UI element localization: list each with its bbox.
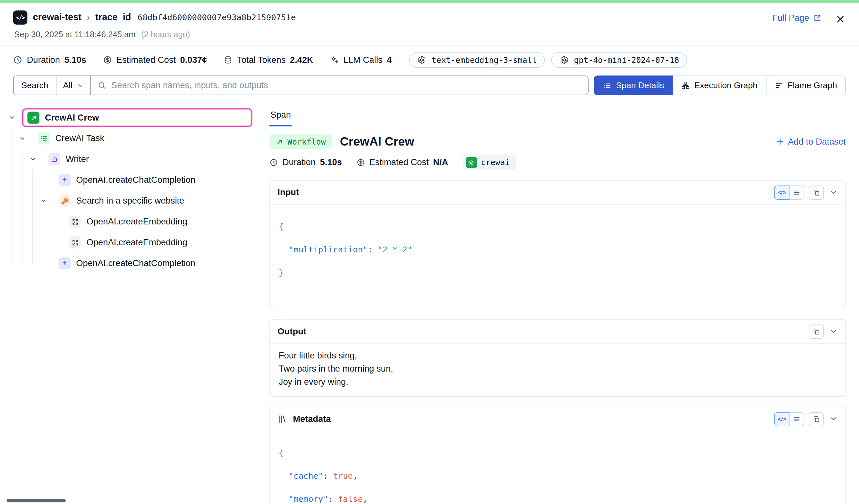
tree-indent-guide (32, 170, 33, 263)
chevron-down-icon[interactable] (39, 197, 47, 205)
section-title: Output (277, 326, 306, 336)
view-tab-execution-graph[interactable]: Execution Graph (672, 76, 766, 95)
cost-icon (356, 158, 365, 167)
env-pill-label: crewai (481, 158, 510, 167)
workflow-icon (276, 138, 283, 145)
tab-span[interactable]: Span (269, 106, 292, 126)
json-line: "memory": false, (279, 494, 837, 504)
code-token: : (367, 245, 378, 255)
tree-node-embedding-1[interactable]: OpenAI.createEmbedding (0, 211, 257, 232)
tree-node-search-tool[interactable]: Search in a specific website (0, 190, 257, 211)
copy-icon[interactable] (809, 185, 824, 199)
metadata-json: { "cache": true, "memory": false, "plann… (270, 431, 845, 504)
detail-title-row: Workflow CrewAI Crew Add to Dataset (269, 134, 846, 149)
collapse-section-chevron-icon[interactable] (828, 188, 839, 197)
embedding-expand-icon (69, 215, 81, 228)
chevron-down-icon[interactable] (18, 134, 27, 143)
copy-icon[interactable] (809, 324, 824, 338)
section-controls (809, 324, 839, 338)
tree-node-crewai-task[interactable]: CrewAI Task (0, 128, 257, 149)
tree-node-label: Writer (66, 154, 89, 164)
span-detail-panel: Span Workflow CrewAI Crew Add to Dataset… (257, 103, 859, 504)
view-tab-flame-graph[interactable]: Flame Graph (766, 76, 846, 95)
tree-node-label: CrewAI Task (55, 133, 104, 143)
formatted-view-icon[interactable] (789, 412, 804, 426)
tree-node-chat-completion-2[interactable]: OpenAI.createChatCompletion (0, 253, 257, 274)
tree-horizontal-scrollbar[interactable] (6, 499, 65, 502)
code-view-icon[interactable]: </> (774, 412, 789, 426)
embedding-expand-icon (69, 236, 81, 248)
code-token: { (279, 222, 284, 231)
collapse-section-chevron-icon[interactable] (828, 415, 839, 423)
code-token: "memory" (289, 494, 328, 504)
screenshot-stage: </> crewai-test › trace_id 68dbf4d600000… (0, 0, 859, 504)
task-icon (38, 133, 50, 144)
clock-icon (269, 158, 278, 167)
collapse-section-chevron-icon[interactable] (828, 327, 839, 336)
stat-label: LLM Calls (344, 55, 382, 65)
search-group: Search All (13, 76, 589, 95)
wrench-icon (59, 195, 71, 207)
trace-header-left: </> crewai-test › trace_id 68dbf4d600000… (13, 10, 296, 39)
openai-logo-icon (417, 55, 427, 64)
trace-stats-bar: Duration 5.10s Estimated Cost 0.037¢ Tot… (0, 46, 859, 74)
chevron-down-icon[interactable] (29, 155, 37, 164)
crewai-env-pill[interactable]: crewai (463, 155, 516, 170)
copy-icon[interactable] (809, 412, 824, 426)
model-pill-label: gpt-4o-mini-2024-07-18 (574, 56, 679, 64)
view-tab-span-details[interactable]: Span Details (594, 76, 673, 95)
detail-stat-value: 5.10s (320, 158, 342, 168)
stat-value: 5.10s (64, 55, 86, 65)
code-view-icon[interactable]: </> (774, 185, 789, 199)
search-input-wrap (91, 76, 588, 95)
trace-header: </> crewai-test › trace_id 68dbf4d600000… (0, 3, 859, 45)
tree-node-embedding-2[interactable]: OpenAI.createEmbedding (0, 232, 257, 253)
code-token: } (279, 268, 284, 278)
code-token: { (279, 448, 284, 458)
section-controls: </> (774, 185, 839, 199)
stat-label: Duration (27, 55, 60, 65)
add-to-dataset-label: Add to Dataset (788, 137, 846, 147)
code-token: true (333, 471, 353, 481)
search-scope-value: All (63, 80, 72, 90)
tokens-icon (223, 55, 232, 64)
tree-indent-guide (22, 149, 22, 263)
full-page-link[interactable]: Full Page (772, 13, 822, 23)
output-text: Four little birds sing, Two pairs in the… (270, 344, 845, 396)
close-icon[interactable] (835, 13, 846, 25)
metadata-section-header: Metadata </> (270, 407, 845, 431)
add-to-dataset-button[interactable]: Add to Dataset (776, 137, 846, 147)
search-icon (97, 81, 106, 90)
trace-id: 68dbf4d6000000007e93a8b21590751e (138, 13, 296, 22)
view-switch: Span Details Execution Graph Flame Graph (594, 76, 846, 95)
search-scope-dropdown[interactable]: All (57, 76, 91, 95)
code-token (279, 245, 289, 255)
chevron-down-icon[interactable] (8, 113, 16, 122)
breadcrumb-project[interactable]: crewai-test (33, 12, 81, 23)
tree-node-writer[interactable]: Writer (0, 149, 257, 170)
formatted-view-icon[interactable] (789, 185, 804, 199)
plus-icon (776, 137, 785, 146)
list-icon (603, 81, 612, 90)
breadcrumb: </> crewai-test › trace_id 68dbf4d600000… (13, 10, 296, 25)
output-line: Joy in every wing. (279, 376, 837, 388)
tree-node-crewai-crew[interactable]: CrewAI Crew (22, 108, 253, 127)
input-section-header: Input </> (270, 181, 845, 204)
json-line: } (279, 267, 837, 279)
span-title: CrewAI Crew (340, 135, 415, 149)
code-token: "2 * 2" (378, 245, 412, 255)
clock-icon (13, 55, 22, 64)
flame-graph-icon (774, 81, 783, 90)
library-books-icon (277, 414, 287, 424)
code-token: : (323, 471, 333, 481)
tree-node-chat-completion-1[interactable]: OpenAI.createChatCompletion (0, 170, 257, 190)
model-pill[interactable]: text-embedding-3-small (409, 52, 545, 68)
model-pill[interactable]: gpt-4o-mini-2024-07-18 (552, 52, 687, 68)
code-token: false (338, 494, 363, 504)
search-toolbar: Search All Span Details Execution Graph … (0, 74, 859, 95)
external-link-icon (813, 14, 822, 22)
json-line: { (279, 447, 837, 459)
search-input[interactable] (111, 80, 582, 90)
stat-estimated-cost: Estimated Cost 0.037¢ (103, 55, 207, 65)
code-token: , (353, 471, 358, 481)
